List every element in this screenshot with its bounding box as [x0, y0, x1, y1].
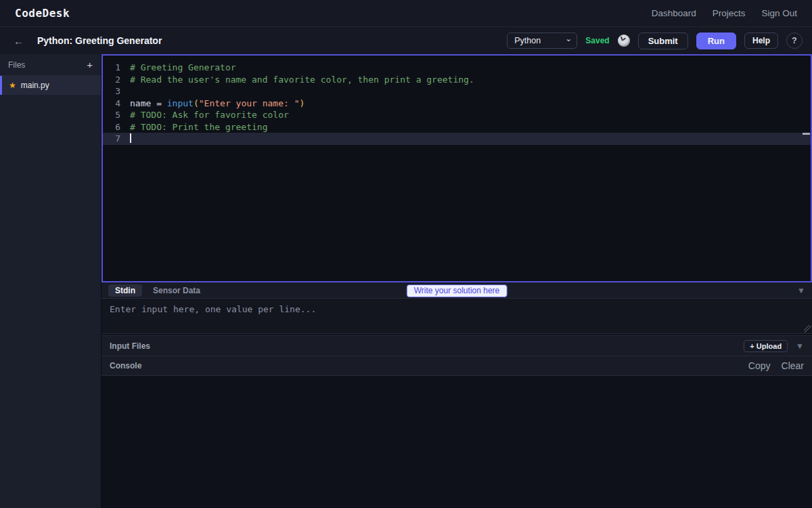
code-line-5: 5# TODO: Ask for favorite color — [103, 109, 811, 121]
tab-stdin[interactable]: Stdin — [108, 284, 142, 297]
question-mark-button[interactable]: ? — [786, 33, 803, 49]
line-code: name = input("Enter your name: ") — [130, 98, 304, 110]
scrollbar-cursor-marker — [803, 133, 810, 135]
back-arrow-icon[interactable]: ← — [9, 35, 28, 47]
stdin-panel — [102, 299, 812, 334]
code-line-7: 7 — [103, 133, 811, 145]
collapse-input-files-icon[interactable]: ▼ — [796, 341, 804, 351]
line-code: # Greeting Generator — [130, 62, 236, 74]
collapse-stdin-icon[interactable]: ▼ — [797, 286, 805, 295]
code-token: # Read the user's name and favorite colo… — [130, 75, 474, 85]
files-header-label: Files — [8, 60, 25, 70]
code-token: ( — [194, 98, 199, 108]
line-code: # TODO: Print the greeting — [130, 121, 268, 133]
language-select-wrap: Python ⌄ — [507, 33, 577, 49]
input-files-header: Input Files + Upload ▼ — [102, 335, 812, 356]
code-token: input — [167, 98, 194, 108]
line-number: 7 — [103, 133, 130, 145]
input-files-label: Input Files — [110, 341, 150, 351]
assignment-toolbar: ← Python: Greeting Generator Python ⌄ Sa… — [0, 27, 812, 54]
workspace-column: 1# Greeting Generator2# Read the user's … — [102, 54, 812, 508]
code-line-2: 2# Read the user's name and favorite col… — [103, 74, 811, 86]
clock-hour-hand — [623, 38, 626, 41]
top-nav: DashboardProjectsSign Out — [652, 8, 797, 18]
nav-link-projects[interactable]: Projects — [713, 8, 746, 18]
stdin-input[interactable] — [102, 299, 812, 333]
code-token: # Greeting Generator — [130, 62, 236, 72]
file-name: main.py — [21, 81, 49, 90]
console-header: Console Copy Clear — [102, 356, 812, 376]
code-line-3: 3 — [103, 85, 811, 98]
star-icon: ★ — [9, 81, 16, 90]
file-list: ★main.py — [0, 76, 101, 95]
line-number: 5 — [103, 109, 130, 121]
add-file-button[interactable]: + — [87, 62, 93, 68]
language-select[interactable]: Python — [507, 33, 577, 49]
help-button[interactable]: Help — [744, 33, 778, 49]
code-line-6: 6# TODO: Print the greeting — [103, 121, 811, 133]
nav-link-dashboard[interactable]: Dashboard — [652, 8, 696, 18]
code-line-4: 4name = input("Enter your name: ") — [103, 98, 811, 110]
tab-sensor-data[interactable]: Sensor Data — [146, 284, 207, 297]
line-number: 1 — [103, 62, 130, 74]
files-sidebar: Files + ★main.py — [0, 54, 102, 508]
line-number: 3 — [103, 85, 130, 98]
stdin-tabs: StdinSensor Data — [108, 284, 207, 297]
content-area: Files + ★main.py 1# Greeting Generator2#… — [0, 54, 812, 508]
console-actions: Copy Clear — [748, 360, 804, 371]
assignment-title: Python: Greeting Generator — [37, 35, 162, 46]
file-item-main.py[interactable]: ★main.py — [0, 76, 101, 95]
app-logo: CodeDesk — [15, 7, 70, 20]
code-token: "Enter your name: " — [199, 98, 300, 108]
resize-grip-icon[interactable] — [804, 325, 811, 333]
line-code — [130, 133, 131, 145]
line-code: # Read the user's name and favorite colo… — [130, 74, 474, 86]
run-button[interactable]: Run — [696, 33, 736, 49]
solution-hint-badge: Write your solution here — [407, 284, 508, 297]
line-code: # TODO: Ask for favorite color — [130, 109, 289, 121]
code-token: # TODO: Print the greeting — [130, 122, 268, 132]
line-number: 2 — [103, 74, 130, 86]
saved-status: Saved — [585, 36, 609, 45]
console-copy-button[interactable]: Copy — [748, 360, 771, 371]
stdin-tab-bar: StdinSensor Data Write your solution her… — [102, 282, 812, 299]
console-label: Console — [110, 361, 141, 371]
code-token: # TODO: Ask for favorite color — [130, 110, 289, 120]
files-header: Files + — [0, 54, 101, 76]
clock-icon — [618, 35, 630, 47]
code-token: name = — [130, 98, 167, 108]
code-line-1: 1# Greeting Generator — [103, 62, 811, 74]
upload-button[interactable]: + Upload — [744, 340, 788, 352]
line-number: 4 — [103, 98, 130, 110]
console-output[interactable] — [102, 376, 812, 508]
submit-button[interactable]: Submit — [638, 33, 688, 49]
toolbar-actions: Python ⌄ Saved Submit Run Help ? — [507, 33, 803, 49]
top-bar: CodeDesk DashboardProjectsSign Out — [0, 0, 812, 27]
console-clear-button[interactable]: Clear — [782, 360, 804, 371]
line-number: 6 — [103, 121, 130, 133]
code-token: ) — [299, 98, 304, 108]
code-editor[interactable]: 1# Greeting Generator2# Read the user's … — [102, 54, 812, 282]
text-cursor — [130, 133, 131, 143]
nav-link-sign-out[interactable]: Sign Out — [761, 8, 797, 18]
